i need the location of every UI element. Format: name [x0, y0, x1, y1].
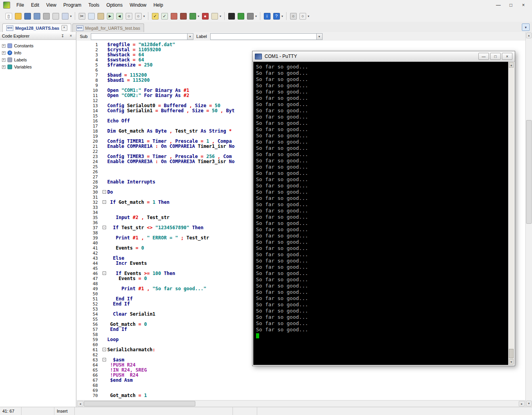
- help-dropdown-icon[interactable]: ▾: [281, 14, 283, 18]
- fold-collapse-icon[interactable]: -: [103, 358, 106, 361]
- find-button[interactable]: ○: [124, 12, 133, 20]
- paste-button[interactable]: [96, 12, 105, 20]
- menu-options[interactable]: Options: [103, 0, 126, 10]
- run-dropdown-icon[interactable]: ▾: [198, 14, 199, 18]
- report-button[interactable]: [210, 12, 219, 20]
- print-button[interactable]: [42, 12, 50, 20]
- fold-column: [102, 108, 107, 113]
- line-number: 6: [77, 68, 102, 73]
- tree-item-constants[interactable]: +Constants: [2, 42, 74, 49]
- help-button[interactable]: ?: [272, 12, 281, 20]
- save-file-button[interactable]: [23, 12, 32, 20]
- putty-scrollbar[interactable]: ▲ ▼: [508, 62, 514, 365]
- fold-collapse-icon[interactable]: -: [103, 226, 106, 229]
- vertical-scrollbar[interactable]: ▲ ▼: [525, 32, 532, 407]
- export-button[interactable]: [61, 12, 69, 20]
- fold-collapse-icon[interactable]: -: [103, 190, 106, 194]
- line-number: 14: [77, 108, 102, 113]
- menu-file[interactable]: File: [13, 0, 27, 10]
- export-dropdown-icon[interactable]: ▾: [70, 14, 72, 18]
- close-button[interactable]: ×: [520, 2, 527, 8]
- chip-pinout-button[interactable]: [246, 12, 254, 20]
- hscroll-thumb[interactable]: [84, 401, 195, 406]
- code-line[interactable]: 68: [77, 383, 525, 388]
- print-preview-button[interactable]: [51, 12, 60, 20]
- indent-button[interactable]: ►: [106, 12, 114, 20]
- vscroll-thumb[interactable]: [526, 120, 532, 224]
- unindent-button[interactable]: ◄: [115, 12, 124, 20]
- find-in-files-button[interactable]: ○: [298, 12, 307, 20]
- chip-pinout-dropdown-icon[interactable]: ▾: [255, 14, 257, 18]
- expand-icon[interactable]: +: [2, 44, 5, 48]
- chevron-down-icon[interactable]: ▾: [187, 34, 193, 40]
- new-file-button[interactable]: ▯: [4, 12, 13, 20]
- tab-label: Mega8_for_UARTS_test.bas: [85, 26, 140, 31]
- info-button[interactable]: i: [263, 12, 271, 20]
- find-in-files-dropdown-icon[interactable]: ▾: [308, 14, 309, 18]
- program-chip-button[interactable]: [179, 12, 188, 20]
- run-button[interactable]: [188, 12, 197, 20]
- menu-program[interactable]: Program: [60, 0, 85, 10]
- expand-icon[interactable]: +: [2, 51, 5, 55]
- zoom-button[interactable]: ○: [289, 12, 298, 20]
- find-next-dropdown-icon[interactable]: ▾: [143, 14, 145, 18]
- menu-edit[interactable]: Edit: [27, 0, 43, 10]
- open-file-button[interactable]: [14, 12, 22, 20]
- menu-view[interactable]: View: [43, 0, 60, 10]
- code-line[interactable]: 70 Got_match = 1: [77, 393, 525, 398]
- expand-icon[interactable]: +: [2, 58, 5, 62]
- putty-maximize-button[interactable]: □: [490, 53, 501, 60]
- terminal[interactable]: So far so good...So far so good...So far…: [253, 62, 514, 365]
- syntax-check-button[interactable]: ✓: [151, 12, 159, 20]
- expand-icon[interactable]: +: [2, 65, 5, 69]
- scroll-right-icon[interactable]: ►: [519, 401, 525, 406]
- tab-close-icon[interactable]: ×: [61, 25, 67, 31]
- menu-help[interactable]: Help: [150, 0, 167, 10]
- fold-column: [102, 322, 107, 327]
- putty-scroll-down-icon[interactable]: ▼: [509, 359, 514, 365]
- menu-window[interactable]: Window: [126, 0, 150, 10]
- fold-collapse-icon[interactable]: -: [103, 200, 106, 204]
- tab-mega8_for_uarts_test.bas[interactable]: BASMega8_for_UARTS_test.bas: [72, 23, 144, 32]
- cut-button[interactable]: ✂: [78, 12, 86, 20]
- tab-overflow-button[interactable]: ▾: [522, 23, 530, 31]
- putty-titlebar[interactable]: COM1 - PuTTY — □ ×: [252, 51, 515, 62]
- line-number: 10: [77, 88, 102, 93]
- putty-minimize-button[interactable]: —: [478, 53, 489, 60]
- tree-item-variables[interactable]: +Variables: [2, 63, 74, 70]
- terminal-line: So far so good...: [256, 83, 506, 89]
- report-dropdown-icon[interactable]: ▾: [220, 14, 221, 18]
- show-result-button[interactable]: ✓: [160, 12, 169, 20]
- compile-button[interactable]: [170, 12, 178, 20]
- minimize-button[interactable]: —: [495, 2, 501, 8]
- code-line[interactable]: 65 !IN R24, SREG: [77, 368, 525, 373]
- code-line[interactable]: 67 $end Asm: [77, 378, 525, 383]
- scroll-down-icon[interactable]: ▼: [526, 401, 532, 406]
- panel-close-icon[interactable]: ×: [68, 33, 74, 39]
- horizontal-scrollbar[interactable]: ◄ ►: [77, 400, 525, 407]
- putty-scroll-thumb[interactable]: [509, 349, 514, 358]
- chevron-down-icon[interactable]: ▾: [316, 34, 322, 40]
- menu-tools[interactable]: Tools: [85, 0, 103, 10]
- scroll-up-icon[interactable]: ▲: [526, 32, 532, 38]
- pin-icon[interactable]: ↧: [60, 33, 66, 39]
- maximize-button[interactable]: □: [508, 2, 514, 8]
- stop-button[interactable]: ●: [201, 12, 209, 20]
- fold-collapse-icon[interactable]: -: [103, 348, 106, 351]
- save-all-button[interactable]: [32, 12, 41, 20]
- label-combobox[interactable]: ▾: [210, 33, 323, 40]
- copy-button[interactable]: [87, 12, 96, 20]
- simulator-button[interactable]: [227, 12, 236, 20]
- putty-scroll-up-icon[interactable]: ▲: [509, 62, 514, 68]
- fold-collapse-icon[interactable]: -: [103, 271, 106, 275]
- scroll-left-icon[interactable]: ◄: [77, 401, 83, 406]
- sub-combobox[interactable]: ▾: [91, 33, 193, 40]
- tree-item-labels[interactable]: +Labels: [2, 56, 74, 63]
- lcd-display-button[interactable]: [236, 12, 245, 20]
- putty-close-button[interactable]: ×: [502, 53, 512, 60]
- tab-mega128_uarts.bas[interactable]: BASMega128_UARTS.bas×: [2, 23, 71, 32]
- code-line[interactable]: 66 !PUSH R24: [77, 373, 525, 378]
- line-number: 37: [77, 225, 102, 230]
- find-next-button[interactable]: ○: [134, 12, 142, 20]
- tree-item-info[interactable]: +iInfo: [2, 49, 74, 56]
